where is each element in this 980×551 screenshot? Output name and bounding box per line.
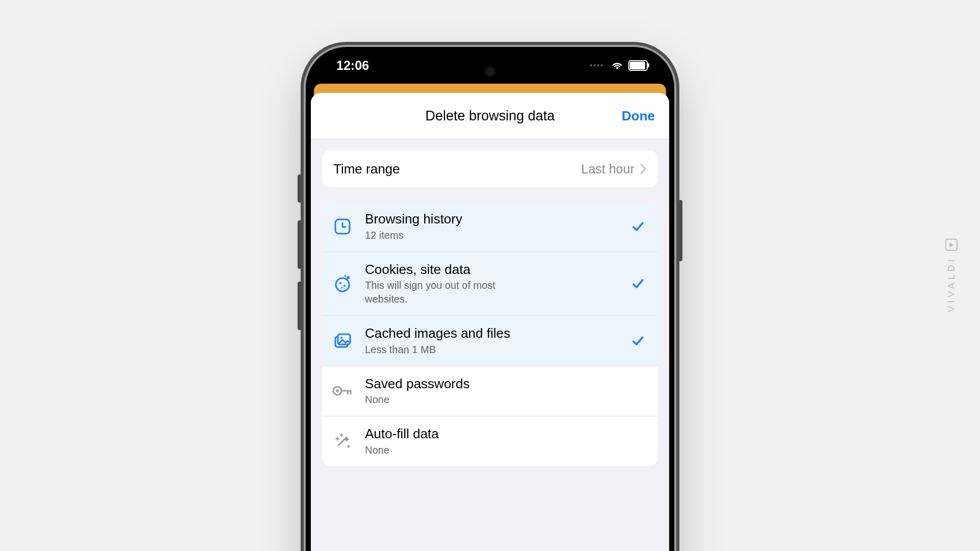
- battery-icon: [628, 60, 648, 71]
- svg-point-4: [341, 287, 342, 288]
- item-title: Browsing history: [365, 211, 618, 228]
- item-cache[interactable]: Cached images and files Less than 1 MB: [322, 315, 658, 366]
- svg-point-11: [336, 390, 339, 392]
- item-title: Saved passwords: [365, 375, 618, 392]
- vivaldi-logo-icon: [945, 239, 958, 251]
- sheet-title: Delete browsing data: [425, 108, 555, 124]
- item-subtitle: 12 items: [365, 229, 518, 242]
- chevron-right-icon: [640, 163, 647, 174]
- svg-point-9: [340, 337, 342, 339]
- phone-mute-switch: [298, 174, 302, 203]
- svg-point-3: [344, 285, 346, 287]
- camera-hole: [484, 65, 496, 78]
- phone-volume-down: [298, 282, 302, 330]
- item-autofill[interactable]: Auto-fill data None: [322, 416, 658, 466]
- time-range-value: Last hour: [581, 162, 634, 177]
- checkmark-icon: [629, 334, 647, 347]
- checkmark-icon: [629, 277, 647, 290]
- svg-point-5: [347, 276, 350, 279]
- cellular-dots-icon: [590, 64, 603, 66]
- key-icon: [331, 384, 354, 398]
- time-range-card: Time range Last hour: [322, 151, 658, 187]
- done-button[interactable]: Done: [622, 108, 655, 124]
- wand-icon: [331, 432, 354, 450]
- item-title: Cached images and files: [365, 325, 618, 342]
- status-time: 12:06: [336, 58, 369, 73]
- item-title: Cookies, site data: [365, 261, 618, 278]
- data-types-list: Browsing history 12 items: [322, 202, 658, 466]
- vivaldi-watermark: VIVALDI: [945, 239, 958, 312]
- sheet-header: Delete browsing data Done: [311, 93, 669, 139]
- wifi-icon: [611, 58, 623, 73]
- delete-browsing-data-sheet: Delete browsing data Done Time range Las…: [311, 93, 669, 551]
- time-range-label: Time range: [333, 161, 581, 177]
- item-passwords[interactable]: Saved passwords None: [322, 366, 658, 416]
- item-browsing-history[interactable]: Browsing history 12 items: [322, 202, 658, 252]
- item-title: Auto-fill data: [365, 425, 618, 442]
- item-subtitle: None: [365, 443, 518, 457]
- svg-point-1: [336, 278, 349, 291]
- svg-point-2: [339, 282, 341, 284]
- checkmark-icon: [629, 220, 647, 233]
- images-icon: [331, 332, 354, 350]
- watermark-text: VIVALDI: [946, 256, 957, 312]
- svg-point-6: [344, 275, 346, 277]
- phone-power-button: [678, 200, 682, 261]
- phone-volume-up: [298, 220, 302, 269]
- item-subtitle: Less than 1 MB: [365, 343, 518, 357]
- cookie-icon: [331, 274, 354, 293]
- phone-frame: 12:06 Delete browsing data Done Time: [306, 47, 674, 551]
- clock-icon: [331, 218, 354, 235]
- item-subtitle: This will sign you out of most websites.: [365, 279, 518, 306]
- item-cookies[interactable]: Cookies, site data This will sign you ou…: [322, 252, 658, 316]
- item-subtitle: None: [365, 393, 518, 407]
- time-range-row[interactable]: Time range Last hour: [322, 151, 658, 187]
